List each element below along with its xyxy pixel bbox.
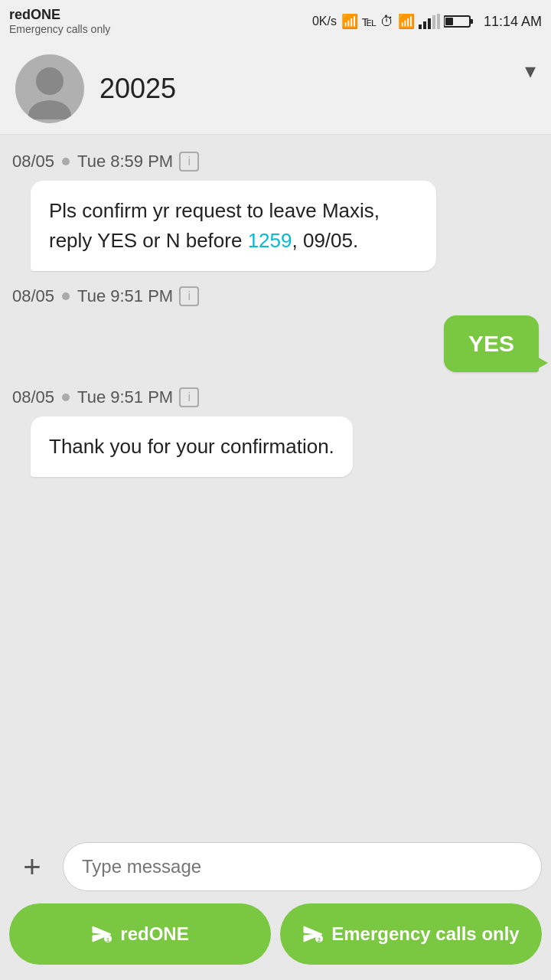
messages-area: 08/05 Tue 8:59 PM i Pls confirm yr reque… xyxy=(0,135,551,827)
send-button-emergency[interactable]: 2 Emergency calls only xyxy=(280,903,542,965)
svg-rect-7 xyxy=(445,18,453,25)
date-row-3: 08/05 Tue 9:51 PM i xyxy=(0,378,551,413)
bubble-received-2: Thank you for your confirmation. xyxy=(31,416,353,477)
input-area: + xyxy=(0,827,551,903)
message-received-2: Thank you for your confirmation. xyxy=(0,413,551,483)
status-left: redONE Emergency calls only xyxy=(9,7,110,36)
svg-point-9 xyxy=(28,100,71,119)
contact-name[interactable]: 20025 xyxy=(99,73,176,105)
send-icon-1: 1 xyxy=(91,925,112,943)
status-bar: redONE Emergency calls only 0K/s 📶 ℡ ⏱ 📶 xyxy=(0,0,551,43)
signal-bars-icon xyxy=(419,14,440,29)
date-row-1: 08/05 Tue 8:59 PM i xyxy=(0,142,551,178)
send-button-redone-label: redONE xyxy=(120,923,188,945)
bluetooth-symbol: ℡ xyxy=(362,13,377,30)
add-icon: + xyxy=(23,850,41,884)
send-buttons: 1 redONE 2 Emergency calls only xyxy=(0,903,551,980)
add-button[interactable]: + xyxy=(9,844,55,890)
bubble-received-1: Pls confirm yr request to leave Maxis, r… xyxy=(31,181,436,271)
link-1259[interactable]: 1259 xyxy=(248,229,292,252)
sent-text-1: YES xyxy=(468,331,514,356)
info-icon-3: i xyxy=(179,387,199,407)
date-2: 08/05 xyxy=(12,286,54,306)
svg-rect-0 xyxy=(419,24,422,29)
network-speed: 0K/s xyxy=(312,15,337,28)
emergency-text: Emergency calls only xyxy=(9,23,110,36)
avatar xyxy=(15,54,84,123)
date-row-2: 08/05 Tue 9:51 PM i xyxy=(0,277,551,312)
alarm-icon: ⏱ xyxy=(380,14,394,30)
bubble-tail-left-2 xyxy=(12,462,28,477)
bluetooth-icon: 📶 xyxy=(341,13,358,30)
date-1: 08/05 xyxy=(12,152,54,172)
date-dot-3 xyxy=(62,394,70,401)
time-1: Tue 8:59 PM xyxy=(77,152,173,172)
svg-rect-3 xyxy=(432,15,435,29)
svg-rect-1 xyxy=(423,21,426,29)
svg-text:2: 2 xyxy=(318,936,321,943)
svg-point-8 xyxy=(36,67,64,95)
message-input[interactable] xyxy=(63,842,542,891)
carrier-text: redONE xyxy=(9,7,110,24)
svg-text:1: 1 xyxy=(106,936,110,943)
send-button-redone[interactable]: 1 redONE xyxy=(9,903,271,965)
send-button-emergency-label: Emergency calls only xyxy=(331,923,519,945)
status-icons: 📶 ℡ ⏱ 📶 xyxy=(341,13,474,30)
bubble-tail-left-1 xyxy=(12,256,28,271)
received-text-2: Thank you for your confirmation. xyxy=(49,435,334,458)
battery-icon xyxy=(444,14,474,29)
date-dot-2 xyxy=(62,292,70,300)
time-3: Tue 9:51 PM xyxy=(77,387,173,407)
bubble-sent-1: YES xyxy=(444,315,539,372)
date-dot-1 xyxy=(62,158,70,165)
svg-rect-6 xyxy=(470,19,473,24)
message-sent-1: YES xyxy=(0,312,551,378)
info-icon-1: i xyxy=(179,152,199,172)
chat-header: 20025 ▾ xyxy=(0,43,551,135)
info-icon-2: i xyxy=(179,286,199,306)
chevron-down-icon[interactable]: ▾ xyxy=(525,58,536,83)
date-3: 08/05 xyxy=(12,387,54,407)
message-received-1: Pls confirm yr request to leave Maxis, r… xyxy=(0,178,551,277)
send-icon-2: 2 xyxy=(302,925,324,943)
received-text-1b: , 09/05. xyxy=(292,229,359,252)
time-2: Tue 9:51 PM xyxy=(77,286,173,306)
svg-rect-2 xyxy=(428,18,431,29)
status-time: 11:14 AM xyxy=(484,14,542,30)
status-right: 0K/s 📶 ℡ ⏱ 📶 11:14 xyxy=(312,13,542,30)
svg-rect-4 xyxy=(437,14,440,29)
wifi-icon: 📶 xyxy=(398,13,415,30)
